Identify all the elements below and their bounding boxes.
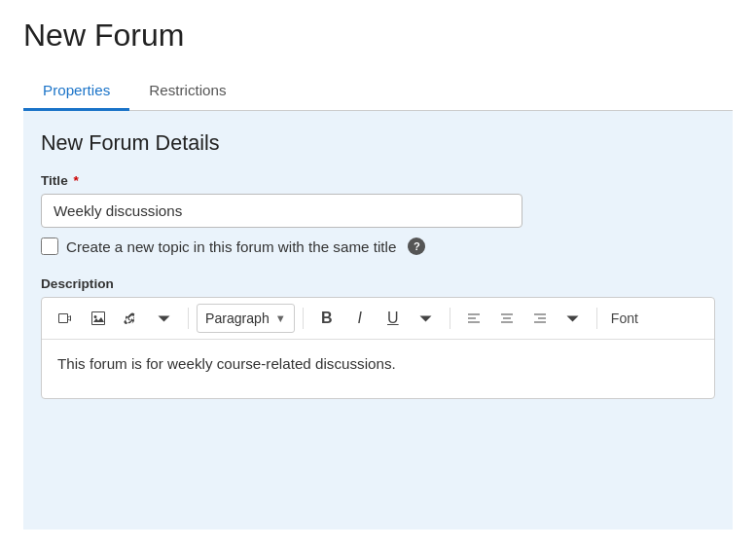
toolbar-group-align bbox=[458, 304, 589, 333]
same-title-label: Create a new topic in this forum with th… bbox=[66, 238, 396, 255]
toolbar-group-media bbox=[50, 304, 180, 333]
chevron-down-icon bbox=[157, 311, 172, 326]
align-left-button[interactable] bbox=[458, 304, 489, 333]
toolbar-separator-4 bbox=[596, 308, 597, 329]
toolbar-group-format: B I U bbox=[311, 304, 442, 333]
required-indicator: * bbox=[70, 173, 79, 188]
editor-content[interactable]: This forum is for weekly course-related … bbox=[42, 340, 714, 398]
content-area: New Forum Details Title * Create a new t… bbox=[23, 111, 733, 530]
editor-text: This forum is for weekly course-related … bbox=[57, 355, 396, 372]
chevron-down-icon-3 bbox=[565, 311, 581, 326]
more-format-button[interactable] bbox=[411, 304, 442, 333]
chevron-down-icon-2 bbox=[418, 311, 434, 326]
paragraph-style-label: Paragraph bbox=[205, 311, 270, 326]
section-title: New Forum Details bbox=[41, 130, 715, 156]
image-icon bbox=[90, 311, 106, 326]
help-icon[interactable]: ? bbox=[408, 237, 425, 255]
italic-button[interactable]: I bbox=[344, 304, 376, 333]
toolbar-separator-2 bbox=[303, 308, 304, 329]
same-title-checkbox-row: Create a new topic in this forum with th… bbox=[41, 237, 715, 255]
align-right-icon bbox=[532, 311, 548, 326]
paragraph-dropdown-arrow: ▼ bbox=[275, 312, 286, 324]
paragraph-style-dropdown[interactable]: Paragraph ▼ bbox=[197, 304, 295, 333]
tabs-bar: Properties Restrictions bbox=[23, 71, 733, 111]
align-center-icon bbox=[499, 311, 515, 326]
align-center-button[interactable] bbox=[491, 304, 522, 333]
tab-restrictions[interactable]: Restrictions bbox=[129, 72, 245, 111]
page-title: New Forum bbox=[23, 18, 733, 54]
description-section: Description bbox=[41, 276, 715, 399]
toolbar-separator-1 bbox=[188, 308, 189, 329]
tab-properties[interactable]: Properties bbox=[23, 72, 129, 111]
video-icon bbox=[57, 311, 73, 326]
more-insert-button[interactable] bbox=[149, 304, 180, 333]
underline-button[interactable]: U bbox=[378, 304, 409, 333]
align-right-button[interactable] bbox=[524, 304, 556, 333]
align-left-icon bbox=[466, 311, 482, 326]
link-icon bbox=[124, 311, 139, 326]
insert-video-button[interactable] bbox=[50, 304, 81, 333]
page-wrapper: New Forum Properties Restrictions New Fo… bbox=[0, 0, 756, 530]
title-field-wrapper: Title * bbox=[41, 173, 715, 228]
more-align-button[interactable] bbox=[558, 304, 589, 333]
insert-image-button[interactable] bbox=[83, 304, 114, 333]
description-label: Description bbox=[41, 276, 715, 291]
title-label: Title * bbox=[41, 173, 715, 188]
editor-toolbar: Paragraph ▼ B I U bbox=[42, 298, 714, 340]
bold-button[interactable]: B bbox=[311, 304, 342, 333]
same-title-checkbox[interactable] bbox=[41, 237, 58, 255]
title-input[interactable] bbox=[41, 194, 522, 228]
font-label: Font bbox=[605, 311, 644, 326]
editor-wrapper: Paragraph ▼ B I U bbox=[41, 297, 715, 399]
toolbar-separator-3 bbox=[450, 308, 450, 329]
insert-link-button[interactable] bbox=[116, 304, 147, 333]
